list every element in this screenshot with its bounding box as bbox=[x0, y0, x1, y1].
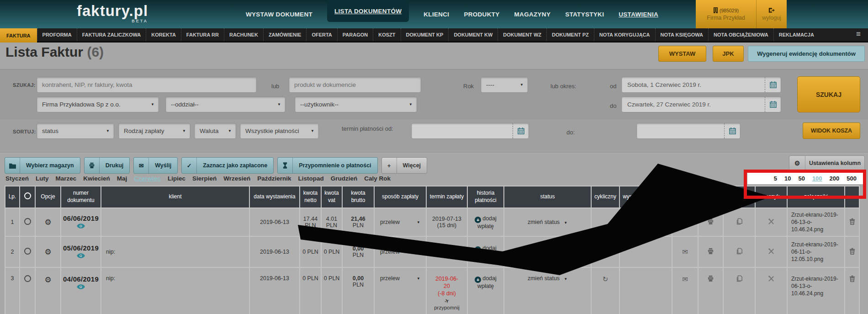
tab-nota-ksiegowa[interactable]: NOTA KSIĘGOWA bbox=[655, 28, 709, 41]
month-lipiec[interactable]: Lipiec bbox=[168, 175, 185, 182]
menu-item-ustawienia[interactable]: USTAWIENIA bbox=[619, 0, 658, 28]
printer-icon[interactable] bbox=[707, 248, 714, 256]
document-number[interactable]: 06/06/2019 bbox=[63, 214, 99, 222]
month-pazdziernik[interactable]: Październik bbox=[257, 175, 291, 182]
month-styczen[interactable]: Styczeń bbox=[5, 175, 29, 182]
calendar-icon[interactable] bbox=[765, 77, 781, 92]
hamburger-menu-icon[interactable]: ≡ bbox=[856, 28, 868, 39]
document-number[interactable]: 04/06/2019 bbox=[63, 275, 99, 283]
tools-icon[interactable] bbox=[768, 218, 775, 226]
page-size-500[interactable]: 500 bbox=[847, 175, 857, 182]
attachment-link[interactable]: Zrzut-ekranu-2019-06-13-o-10.46.24.png bbox=[787, 208, 845, 236]
tab-oferta[interactable]: OFERTA bbox=[306, 28, 337, 41]
add-payment-link[interactable]: dodaj wpłatę bbox=[477, 245, 497, 259]
month-wrzesien[interactable]: Wrzesień bbox=[223, 175, 250, 182]
tab-proforma[interactable]: PROFORMA bbox=[37, 28, 77, 41]
user-select[interactable]: --użytkownik--▼ bbox=[295, 96, 417, 112]
month-maj[interactable]: Maj bbox=[117, 175, 127, 182]
attachment-link[interactable]: Zrzut-ekranu-2019-06-13-o-10.46.24.png bbox=[787, 267, 845, 314]
trash-view-button[interactable]: WIDOK KOSZA bbox=[803, 122, 860, 139]
recurring-icon[interactable]: ↻ bbox=[603, 275, 609, 283]
search-submit-button[interactable]: SZUKAJ bbox=[797, 76, 860, 112]
send-button[interactable]: ✉ Wyślij bbox=[133, 157, 178, 174]
send-reminder-icon[interactable]: ✈ bbox=[443, 297, 450, 305]
month-caly-rok[interactable]: Caly Rok bbox=[364, 175, 391, 182]
page-size-10[interactable]: 10 bbox=[784, 175, 791, 182]
tab-faktura-zaliczkowa[interactable]: FAKTURA ZALICZKOWA bbox=[77, 28, 146, 41]
tab-dokument-kp[interactable]: DOKUMENT KP bbox=[401, 28, 449, 41]
calendar-icon[interactable] bbox=[513, 123, 529, 138]
menu-item-klienci[interactable]: KLIENCI bbox=[423, 0, 449, 28]
tab-korekta[interactable]: KOREKTA bbox=[146, 28, 181, 41]
tab-nota-obciazeniowa[interactable]: NOTA OBCIĄŻENIOWA bbox=[708, 28, 773, 41]
status-select[interactable]: zmień status▼ bbox=[504, 208, 591, 236]
month-luty[interactable]: Luty bbox=[36, 175, 49, 182]
row-select-radio[interactable] bbox=[24, 275, 31, 282]
trash-icon[interactable] bbox=[849, 248, 855, 256]
sort-status-select[interactable]: status▼ bbox=[37, 123, 114, 139]
choose-warehouse-button[interactable]: Wybierz magazyn bbox=[5, 157, 80, 174]
tab-faktura[interactable]: FAKTURA bbox=[0, 28, 37, 43]
gear-icon[interactable]: ⚙ bbox=[44, 275, 51, 285]
eye-icon[interactable] bbox=[63, 253, 99, 260]
printer-icon[interactable] bbox=[707, 218, 714, 226]
status-select[interactable]: zmień status▼ bbox=[504, 236, 591, 267]
payment-method-select[interactable]: przelew▼ bbox=[376, 219, 424, 225]
more-button[interactable]: + Więcej bbox=[381, 157, 428, 174]
copy-icon[interactable] bbox=[736, 248, 742, 256]
month-listopad[interactable]: Listopad bbox=[298, 175, 324, 182]
mark-paid-button[interactable]: ✓ Zaznacz jako zapłacone bbox=[181, 157, 274, 174]
printer-icon[interactable] bbox=[707, 275, 714, 283]
payment-method-select[interactable]: przelew▼ bbox=[376, 275, 424, 282]
gear-icon[interactable]: ⚙ bbox=[44, 247, 51, 257]
tab-paragon[interactable]: PARAGON bbox=[337, 28, 373, 41]
month-sierpien[interactable]: Sierpień bbox=[192, 175, 217, 182]
tab-reklamacja[interactable]: REKLAMACJA bbox=[773, 28, 819, 41]
date-to-field[interactable]: Czwartek, 27 Czerwiec 2019 r. bbox=[621, 96, 781, 112]
payments-filter-select[interactable]: Wszystkie płatności▼ bbox=[240, 123, 319, 139]
tab-faktura-rr[interactable]: FAKTURA RR bbox=[181, 28, 224, 41]
logout-button[interactable]: wyloguj bbox=[757, 0, 787, 28]
add-payment-link[interactable]: dodaj wpłatę bbox=[477, 215, 497, 229]
trash-icon[interactable] bbox=[849, 218, 855, 226]
menu-item-magazyny[interactable]: MAGAZYNY bbox=[514, 0, 551, 28]
year-select[interactable]: ----▼ bbox=[481, 77, 528, 93]
month-marzec[interactable]: Marzec bbox=[56, 175, 77, 182]
trash-icon[interactable] bbox=[849, 275, 855, 283]
document-number[interactable]: 05/06/2019 bbox=[63, 244, 99, 252]
menu-item-wystaw-dokument[interactable]: WYSTAW DOKUMENT bbox=[246, 0, 312, 28]
gear-icon[interactable]: ⚙ bbox=[44, 218, 51, 227]
account-company-button[interactable]: (985029) Firma Przykład bbox=[696, 0, 757, 28]
date-from-field[interactable]: Sobota, 1 Czerwiec 2019 r. bbox=[621, 77, 781, 93]
envelope-icon[interactable]: ✉ bbox=[682, 218, 688, 226]
logo[interactable]: faktury.pl BETA bbox=[77, 3, 148, 23]
wystaw-button[interactable]: WYSTAW bbox=[658, 46, 706, 62]
page-size-5[interactable]: 5 bbox=[774, 175, 777, 182]
envelope-icon[interactable]: ✉ bbox=[682, 275, 688, 283]
search-input[interactable] bbox=[37, 77, 257, 93]
tab-koszt[interactable]: KOSZT bbox=[373, 28, 400, 41]
attachment-link[interactable]: Zrzut-ekranu-2019-06-11-o-12.05.10.png bbox=[787, 236, 845, 267]
month-czerwiec[interactable]: Czerwiec bbox=[134, 175, 161, 182]
tab-nota-korygujaca[interactable]: NOTA KORYGUJĄCA bbox=[594, 28, 655, 41]
payment-method-select[interactable]: przelew▼ bbox=[376, 249, 424, 255]
print-button[interactable]: Drukuj bbox=[84, 157, 130, 174]
month-grudzien[interactable]: Grudzień bbox=[331, 175, 358, 182]
branch-select[interactable]: --oddział--▼ bbox=[165, 96, 286, 112]
copy-icon[interactable] bbox=[736, 275, 742, 283]
tools-icon[interactable] bbox=[768, 275, 775, 283]
recurring-icon[interactable]: ↻ bbox=[603, 248, 609, 256]
tab-dokument-kw[interactable]: DOKUMENT KW bbox=[448, 28, 498, 41]
page-size-200[interactable]: 200 bbox=[830, 175, 840, 182]
calendar-icon[interactable] bbox=[724, 123, 740, 138]
envelope-icon[interactable]: ✉ bbox=[682, 248, 688, 256]
tab-zamowienie[interactable]: ZAMÓWIENIE bbox=[263, 28, 307, 41]
remind-link[interactable]: przypomnij bbox=[428, 305, 466, 310]
tab-dokument-pz[interactable]: DOKUMENT PZ bbox=[546, 28, 594, 41]
row-select-radio[interactable] bbox=[24, 218, 31, 225]
month-kwiecien[interactable]: Kwiecień bbox=[83, 175, 110, 182]
currency-select[interactable]: Waluta▼ bbox=[194, 123, 236, 139]
menu-item-produkty[interactable]: PRODUKTY bbox=[464, 0, 499, 28]
row-select-radio[interactable] bbox=[24, 248, 31, 255]
due-date-from-field[interactable] bbox=[411, 123, 529, 139]
